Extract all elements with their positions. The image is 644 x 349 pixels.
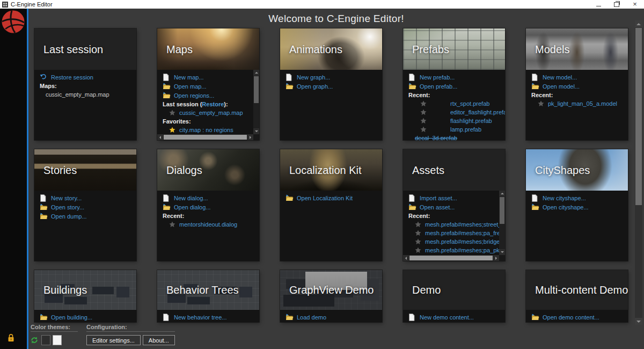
action-open-model[interactable]: Open model... [531, 83, 626, 90]
scroll-left-arrow-icon[interactable] [403, 255, 409, 261]
card-title: Buildings [43, 284, 87, 296]
card-body: New model...Open model...Recent:pk_light… [526, 70, 628, 140]
refresh-icon[interactable] [31, 337, 38, 344]
action-new-map[interactable]: New map... [163, 74, 252, 81]
window-scrollbar[interactable] [635, 20, 642, 325]
file-link[interactable]: mesh.prefab#meshes;bridge_ce_a_arch_bas [425, 238, 505, 245]
action-new-demo-content[interactable]: New demo content... [408, 314, 503, 321]
action-label: New story... [51, 195, 82, 201]
restore-link[interactable]: Restore [202, 101, 224, 107]
action-open-dialog[interactable]: Open dialog... [163, 203, 257, 210]
action-new-prefab[interactable]: New prefab... [408, 74, 503, 81]
scrollbar-thumb[interactable] [635, 28, 642, 205]
file-link[interactable]: rtx_spot.prefab [450, 100, 489, 107]
action-label: Restore session [51, 74, 93, 81]
action-open-prefab[interactable]: Open prefab... [408, 83, 503, 90]
scroll-up-arrow-icon[interactable] [253, 70, 259, 76]
theme-swatch-dark[interactable] [41, 335, 50, 345]
lock-icon[interactable] [8, 333, 14, 342]
main-area: Welcome to C-Engine Editor! Last session… [28, 9, 644, 349]
file-link[interactable]: cussic_empty_map.map [179, 110, 243, 116]
action-open-map[interactable]: Open map... [163, 83, 252, 90]
action-open-cityshape[interactable]: Open cityshape... [531, 203, 626, 210]
scrollbar-corner [253, 134, 259, 140]
close-button[interactable]: × [626, 0, 644, 9]
card-stories: StoriesNew story...Open story...Open dum… [34, 149, 136, 261]
card-title: Demo [412, 284, 441, 296]
action-label: New cityshape... [543, 195, 586, 201]
file-link[interactable]: lamp.prefab [450, 126, 481, 133]
footer-bar: Color themes: Configuration: [31, 324, 175, 345]
file-link[interactable]: pk_light_man_05_a.model [548, 100, 617, 107]
file-link[interactable]: decal_3d.prefab [415, 135, 457, 140]
action-open-story[interactable]: Open story... [40, 203, 134, 210]
action-new-graph[interactable]: New graph... [286, 74, 380, 81]
file-link[interactable]: city.map : no regions [179, 127, 233, 133]
scroll-left-arrow-icon[interactable] [157, 134, 163, 140]
minimize-icon [596, 6, 601, 6]
card-multi-content-demo: Multi-content DemoOpen demo content... [526, 270, 628, 322]
file-link[interactable]: mesh.prefab#meshes;street_car_base_a_1 [425, 221, 505, 228]
card-vertical-scrollbar[interactable] [253, 70, 259, 134]
new-doc-icon [408, 194, 416, 201]
action-new-dialog[interactable]: New dialog... [163, 194, 257, 201]
card-header-plain: Assets [403, 149, 505, 191]
section-heading: Recent: [163, 213, 257, 219]
star-gray-icon [420, 118, 427, 124]
card-buildings: BuildingsOpen building... [34, 270, 136, 322]
action-open-asset[interactable]: Open asset... [408, 203, 497, 210]
action-new-model[interactable]: New model... [531, 74, 626, 81]
card-title: Multi-content Demo [535, 284, 628, 296]
card-vertical-scrollbar[interactable] [499, 191, 505, 255]
engine-logo-icon[interactable] [1, 10, 25, 34]
recent-file: flashlight.prefab [415, 118, 503, 124]
scrollbar-thumb[interactable] [500, 197, 504, 224]
card-header-plain: Demo [403, 270, 505, 310]
maximize-button[interactable] [608, 0, 626, 9]
action-import-asset[interactable]: Import asset... [408, 194, 497, 201]
star-yellow-icon [169, 127, 175, 133]
file-link[interactable]: flashlight.prefab [450, 118, 492, 124]
scrollbar-thumb[interactable] [409, 256, 493, 260]
action-restore-session[interactable]: Restore session [40, 74, 134, 81]
action-open-graph[interactable]: Open graph... [286, 83, 380, 90]
recent-file: mesh.prefab#meshes;bridge_ce_a_arch_bas [415, 238, 497, 245]
file-link[interactable]: mesh.prefab#meshes;pa_freehanging_stair [425, 230, 505, 236]
action-open-localization-kit[interactable]: Open Localization Kit [286, 194, 380, 201]
star-gray-icon [415, 230, 421, 236]
card-horizontal-scrollbar[interactable] [403, 255, 499, 261]
action-load-demo[interactable]: Load demo [286, 314, 380, 321]
scroll-up-arrow-icon[interactable] [635, 20, 642, 27]
action-open-regions[interactable]: Open regions... [163, 92, 252, 99]
card-body: Load demo [280, 310, 382, 322]
scroll-down-arrow-icon[interactable] [499, 249, 505, 255]
action-open-building[interactable]: Open building... [40, 314, 134, 321]
file-link[interactable]: editor_flashlight.prefab [450, 109, 505, 115]
theme-swatch-light[interactable] [53, 335, 62, 345]
card-maps: MapsNew map...Open map...Open regions...… [157, 28, 259, 140]
minimize-button[interactable] [589, 0, 608, 9]
open-folder-icon [163, 92, 171, 99]
scroll-right-arrow-icon[interactable] [247, 134, 253, 140]
action-new-cityshape[interactable]: New cityshape... [531, 194, 626, 201]
scroll-down-arrow-icon[interactable] [253, 128, 259, 134]
scroll-up-arrow-icon[interactable] [499, 191, 505, 197]
file-link[interactable]: mentorshideout.dialog [179, 221, 237, 228]
file-link[interactable]: mesh.prefab#meshes;pa_pk_wall_wall_part [425, 247, 505, 253]
recent-file: lamp.prefab [415, 126, 503, 133]
card-horizontal-scrollbar[interactable] [157, 134, 253, 140]
scroll-down-arrow-icon[interactable] [635, 318, 642, 325]
scrollbar-track[interactable] [635, 27, 642, 318]
editor-settings-button[interactable]: Editor settings... [86, 335, 141, 345]
scroll-right-arrow-icon[interactable] [493, 255, 499, 261]
about-button[interactable]: About... [143, 335, 175, 345]
action-new-story[interactable]: New story... [40, 194, 134, 201]
scrollbar-thumb[interactable] [164, 135, 247, 140]
action-open-demo-content[interactable]: Open demo content... [531, 314, 626, 321]
action-open-dump[interactable]: Open dump... [40, 213, 134, 220]
recent-file: mentorshideout.dialog [169, 221, 257, 228]
card-title: Models [535, 43, 569, 55]
star-gray-icon [169, 110, 175, 116]
action-new-behavior-tree[interactable]: New behavior tree... [163, 314, 257, 321]
scrollbar-thumb[interactable] [254, 76, 259, 103]
